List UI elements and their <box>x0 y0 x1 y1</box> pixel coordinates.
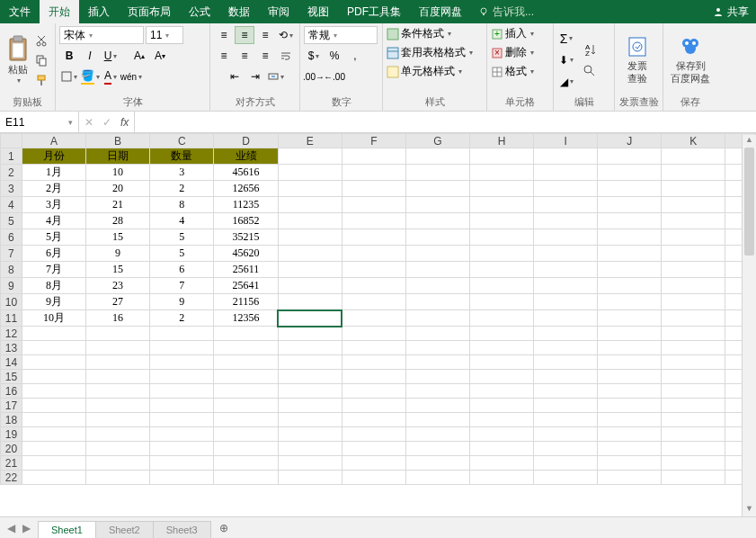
scroll-up-icon[interactable]: ▲ <box>743 135 756 148</box>
cell[interactable] <box>534 456 598 471</box>
merge-cells-button[interactable]: ▾ <box>266 67 286 85</box>
share-button[interactable]: 共享 <box>706 0 756 23</box>
autosum-button[interactable]: Σ▾ <box>557 30 575 48</box>
cell[interactable]: 16 <box>86 310 150 327</box>
column-header[interactable]: E <box>278 134 342 148</box>
cell[interactable] <box>278 355 342 370</box>
row-header[interactable]: 17 <box>1 399 22 413</box>
column-header[interactable]: H <box>470 134 534 148</box>
cell[interactable] <box>86 442 150 456</box>
cell[interactable] <box>405 278 469 294</box>
row-header[interactable]: 16 <box>1 384 22 399</box>
cell[interactable] <box>470 181 534 197</box>
cell[interactable]: 35215 <box>214 229 278 246</box>
decrease-decimal-button[interactable]: ←.00 <box>325 67 344 85</box>
cell[interactable] <box>150 456 214 471</box>
cell[interactable] <box>342 370 405 384</box>
cell[interactable] <box>405 442 469 456</box>
tab-insert[interactable]: 插入 <box>79 0 119 23</box>
cell[interactable] <box>662 384 725 399</box>
cell[interactable] <box>150 413 214 427</box>
column-header[interactable]: J <box>598 134 662 148</box>
cell[interactable] <box>278 341 342 355</box>
cell[interactable] <box>278 148 342 165</box>
row-header[interactable]: 9 <box>1 278 22 294</box>
row-header[interactable]: 7 <box>1 246 22 262</box>
cell[interactable] <box>22 471 85 485</box>
cell[interactable] <box>342 471 405 485</box>
cell[interactable] <box>214 327 278 341</box>
cell[interactable] <box>22 427 85 442</box>
cell[interactable]: 6 <box>150 262 214 278</box>
align-center-button[interactable]: ≡ <box>235 47 254 65</box>
cell[interactable] <box>405 327 469 341</box>
tab-review[interactable]: 审阅 <box>259 0 298 23</box>
cell[interactable] <box>150 355 214 370</box>
cell[interactable] <box>662 148 725 165</box>
cell[interactable] <box>278 384 342 399</box>
column-header[interactable]: K <box>662 134 725 148</box>
cell[interactable] <box>342 229 405 246</box>
row-header[interactable]: 19 <box>1 427 22 442</box>
fill-color-button[interactable]: 🪣▾ <box>80 67 100 85</box>
cell[interactable] <box>405 165 469 181</box>
font-color-button[interactable]: A▾ <box>101 67 120 85</box>
orientation-button[interactable]: ⟲▾ <box>276 26 296 44</box>
cell[interactable] <box>214 370 278 384</box>
scroll-down-icon[interactable]: ▼ <box>743 504 756 516</box>
cell[interactable]: 2月 <box>22 181 85 197</box>
cell[interactable] <box>278 229 342 246</box>
cell[interactable] <box>534 471 598 485</box>
cell[interactable]: 2 <box>150 310 214 327</box>
cell[interactable] <box>534 229 598 246</box>
vertical-scrollbar[interactable]: ▲ ▼ <box>742 135 756 516</box>
cell[interactable] <box>214 442 278 456</box>
cell[interactable] <box>534 341 598 355</box>
cell[interactable] <box>662 294 725 310</box>
cell[interactable] <box>598 148 662 165</box>
column-header[interactable]: G <box>405 134 469 148</box>
row-header[interactable]: 13 <box>1 341 22 355</box>
cell[interactable] <box>86 370 150 384</box>
cell[interactable] <box>86 427 150 442</box>
cell[interactable] <box>405 229 469 246</box>
cell[interactable] <box>470 413 534 427</box>
cell[interactable] <box>470 310 534 327</box>
cell[interactable] <box>150 384 214 399</box>
cell[interactable] <box>470 471 534 485</box>
cell[interactable] <box>662 341 725 355</box>
row-header[interactable]: 14 <box>1 355 22 370</box>
cell[interactable]: 数量 <box>150 148 214 165</box>
cell[interactable] <box>405 246 469 262</box>
cell[interactable] <box>214 384 278 399</box>
cell[interactable] <box>278 181 342 197</box>
tab-file[interactable]: 文件 <box>0 0 40 23</box>
row-header[interactable]: 8 <box>1 262 22 278</box>
cell[interactable]: 28 <box>86 213 150 229</box>
phonetic-button[interactable]: wén▾ <box>121 67 141 85</box>
cell[interactable] <box>662 229 725 246</box>
cell[interactable]: 15 <box>86 229 150 246</box>
cell[interactable] <box>22 456 85 471</box>
cell[interactable] <box>470 399 534 413</box>
cell[interactable] <box>405 294 469 310</box>
cell[interactable] <box>405 148 469 165</box>
worksheet-grid[interactable]: ABCDEFGHIJK1月份日期数量业绩21月1034561632月202126… <box>0 133 756 515</box>
find-select-button[interactable] <box>581 62 599 80</box>
cell[interactable] <box>598 427 662 442</box>
cell[interactable] <box>278 310 342 327</box>
cell[interactable] <box>470 165 534 181</box>
cell[interactable]: 3月 <box>22 197 85 213</box>
sort-filter-button[interactable]: AZ <box>581 40 599 58</box>
cell[interactable]: 2 <box>150 181 214 197</box>
cell[interactable] <box>150 370 214 384</box>
increase-font-button[interactable]: A▴ <box>129 47 149 65</box>
border-button[interactable]: ▾ <box>59 67 79 85</box>
cell[interactable]: 12356 <box>214 310 278 327</box>
row-header[interactable]: 20 <box>1 442 22 456</box>
cell[interactable] <box>598 384 662 399</box>
save-to-baidu-button[interactable]: 保存到 百度网盘 <box>667 33 714 85</box>
cell[interactable] <box>150 427 214 442</box>
sheet-nav-prev[interactable]: ◀ <box>7 522 15 534</box>
cell[interactable] <box>470 341 534 355</box>
